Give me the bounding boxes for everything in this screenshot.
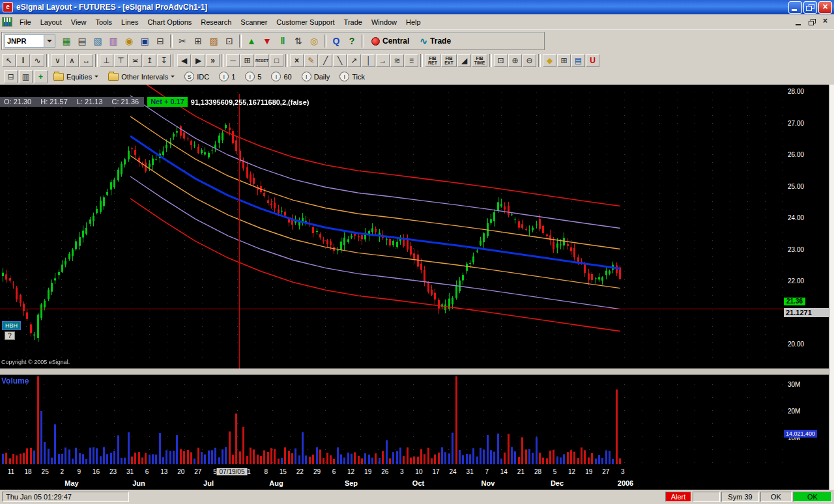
fib-time-button[interactable]: FIBTIME <box>472 54 487 67</box>
restore-button[interactable] <box>803 1 817 14</box>
quotes-icon[interactable]: ◉ <box>122 34 136 48</box>
price-axis[interactable]: 28.0027.0026.0025.0024.0023.0022.0020.00… <box>784 85 829 467</box>
zoom-out-icon[interactable]: ⊖ <box>523 54 536 67</box>
interval-button-1[interactable]: I1 <box>215 70 239 83</box>
save-icon[interactable]: ▣ <box>137 34 152 48</box>
menu-research[interactable]: Research <box>196 16 236 28</box>
print-preview-icon[interactable]: ⊡ <box>222 34 237 48</box>
symbol-lookup-icon[interactable]: ? <box>345 34 359 48</box>
menu-lines[interactable]: Lines <box>117 16 143 28</box>
go-end-icon[interactable]: » <box>206 54 220 67</box>
text-cursor-icon[interactable]: I <box>16 54 30 67</box>
zoom-in-icon[interactable]: ⊕ <box>508 54 522 67</box>
quote-search-icon[interactable]: Q <box>329 34 343 48</box>
fib-extension-button[interactable]: FIBEXT <box>441 54 457 67</box>
menu-tools[interactable]: Tools <box>91 16 117 28</box>
close-button[interactable] <box>818 1 832 14</box>
step-back-icon[interactable]: ◀ <box>177 54 191 67</box>
color-picker-icon[interactable]: ◆ <box>543 54 556 67</box>
mdi-restore-button[interactable] <box>806 17 818 27</box>
menu-customer-support[interactable]: Customer Support <box>272 16 339 28</box>
chart-help-button[interactable]: ? <box>5 331 15 340</box>
copy-object-icon[interactable]: ⊡ <box>494 54 508 67</box>
copy-chart-icon[interactable]: ▥ <box>19 70 33 83</box>
volume-chart-canvas[interactable] <box>0 375 784 467</box>
other-intervals-dropdown[interactable]: Other Intervals <box>104 70 179 83</box>
trendline-down-icon[interactable]: ╲ <box>333 54 347 67</box>
freehand-tool-icon[interactable]: ∿ <box>31 54 44 67</box>
align-bottom-icon[interactable]: ⊥ <box>100 54 113 67</box>
chart-window-icon[interactable] <box>2 17 12 27</box>
interval-button-60[interactable]: I60 <box>267 70 295 83</box>
minimize-button[interactable] <box>788 1 802 14</box>
pattern-grid-icon[interactable]: ⊞ <box>557 54 571 67</box>
vertical-scrollbar[interactable] <box>829 85 834 490</box>
fib-retracement-button[interactable]: FIBRET <box>425 54 440 67</box>
print-icon[interactable]: ⊟ <box>153 34 167 48</box>
quote-window-icon[interactable]: ▦ <box>59 34 74 48</box>
arrow-annotation-icon[interactable]: → <box>376 54 390 67</box>
trade-button[interactable]: ∿ Trade <box>415 33 455 49</box>
mdi-close-button[interactable] <box>819 17 831 27</box>
price-down-icon[interactable]: ▼ <box>260 34 274 48</box>
delete-line-icon[interactable]: × <box>290 54 304 67</box>
anchor-tool-icon[interactable]: ∧ <box>65 54 79 67</box>
paste-icon[interactable]: ▨ <box>207 34 221 48</box>
alert-badge[interactable]: Alert <box>665 492 691 502</box>
menu-file[interactable]: File <box>15 16 36 28</box>
cut-icon[interactable]: ✂ <box>175 34 190 48</box>
menu-window[interactable]: Window <box>367 16 401 28</box>
central-button[interactable]: Central <box>367 33 414 49</box>
snap-tool-icon[interactable]: ∨ <box>51 54 65 67</box>
menu-chart-options[interactable]: Chart Options <box>143 16 196 28</box>
chart-image-icon[interactable]: ▧ <box>91 34 105 48</box>
notes-icon[interactable]: ▤ <box>571 54 585 67</box>
shift-up-icon[interactable]: ↥ <box>143 54 156 67</box>
idc-button[interactable]: S IDC <box>180 70 213 83</box>
alert-bell-icon[interactable]: ◎ <box>307 34 321 48</box>
parallel-channel-icon[interactable]: ≋ <box>390 54 404 67</box>
step-forward-icon[interactable]: ▶ <box>192 54 205 67</box>
shift-down-icon[interactable]: ↧ <box>157 54 171 67</box>
menu-scanner[interactable]: Scanner <box>236 16 272 28</box>
menu-view[interactable]: View <box>66 16 91 28</box>
page-setup-icon[interactable]: ▤ <box>75 34 89 48</box>
price-chart-canvas[interactable] <box>0 85 784 369</box>
pencil-tool-icon[interactable]: ✎ <box>304 54 318 67</box>
interval-button-tick[interactable]: ITick <box>336 70 369 83</box>
advanced-chart-icon[interactable]: ▥ <box>106 34 121 48</box>
properties-icon[interactable]: □ <box>270 54 283 67</box>
volume-bars-icon[interactable]: ‖ <box>276 34 290 48</box>
hbh-button[interactable]: HBH <box>2 321 21 330</box>
grid-lines-icon[interactable]: ⊞ <box>240 54 254 67</box>
center-line-icon[interactable]: ≍ <box>128 54 142 67</box>
vline-tool-icon[interactable]: │ <box>362 54 375 67</box>
multi-line-icon[interactable]: ≡ <box>405 54 418 67</box>
trendline-up-icon[interactable]: ╱ <box>319 54 332 67</box>
symbol-input[interactable]: JNPR <box>5 37 44 45</box>
align-top-icon[interactable]: ⊤ <box>114 54 128 67</box>
menu-layout[interactable]: Layout <box>36 16 66 28</box>
price-up-icon[interactable]: ▲ <box>244 34 259 48</box>
sort-icon[interactable]: ⇅ <box>291 34 306 48</box>
date-axis[interactable]: 111825291623316132027507/19/051815222961… <box>0 467 829 478</box>
pane-separator[interactable] <box>0 369 829 375</box>
interval-button-5[interactable]: I5 <box>241 70 265 83</box>
equities-dropdown[interactable]: Equities <box>50 70 102 83</box>
add-symbol-icon[interactable]: + <box>34 70 48 83</box>
underline-button[interactable]: U <box>586 54 599 67</box>
menu-trade[interactable]: Trade <box>339 16 367 28</box>
hline-tool-icon[interactable]: ─ <box>226 54 240 67</box>
combo-dropdown-icon[interactable] <box>44 35 55 47</box>
extend-line-icon[interactable]: ↔ <box>79 54 93 67</box>
pointer-tool-icon[interactable]: ↖ <box>2 54 16 67</box>
menu-help[interactable]: Help <box>401 16 425 28</box>
mdi-minimize-button[interactable] <box>793 17 805 27</box>
symbol-combo[interactable]: JNPR <box>5 35 55 48</box>
print-chart-icon[interactable]: ⊟ <box>4 70 18 83</box>
ray-tool-icon[interactable]: ↗ <box>347 54 361 67</box>
interval-button-daily[interactable]: IDaily <box>298 70 334 83</box>
fib-fan-icon[interactable]: ◢ <box>457 54 471 67</box>
copy-icon[interactable]: ⊞ <box>191 34 205 48</box>
reset-button[interactable]: RESET <box>255 54 269 67</box>
